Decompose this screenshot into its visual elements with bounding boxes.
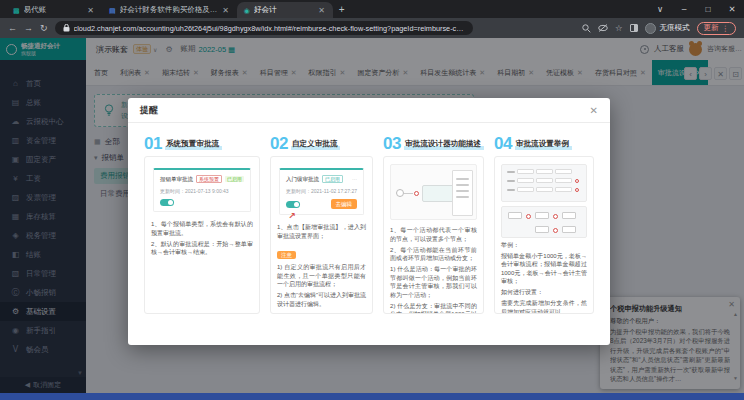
new-tab-button[interactable]: +	[339, 4, 345, 15]
browser-tab-label: 易代账	[24, 5, 83, 15]
flow-updated-time: 更新时间：2021-11-02 17:27:27	[286, 188, 357, 194]
incognito-label: 无痕模式	[660, 23, 690, 33]
zoom-icon[interactable]	[582, 24, 591, 33]
browser-titlebar: ▩ 易代账 ✕ ▤ 好会计财务软件购买价格及… ✕ ◉ 好会计 ✕ + ∨ – …	[0, 0, 744, 18]
section-paragraph: 需要先完成新增加分支条件，然后增加对应活动就可以。	[501, 299, 587, 314]
designer-thumbnail	[390, 164, 477, 220]
annotation-arrow-icon: ↗	[288, 211, 296, 221]
update-button[interactable]: 更新 ⋮	[697, 22, 737, 35]
reload-icon[interactable]: ↻	[40, 24, 48, 33]
section-paragraph: 1、点击【新增审批流】，进入到审批流设置界面；	[277, 223, 366, 240]
address-bar[interactable]: cloud2.chanjet.com/accounting/uh26t264j5…	[55, 21, 473, 35]
edit-flow-button: 去编辑	[331, 199, 358, 209]
lock-icon	[63, 24, 70, 32]
section-card: 报销单审批流 系统预置 已启用 更新时间：2021-07-13 9:00:43 …	[144, 156, 260, 314]
incognito-avatar-icon	[645, 23, 656, 34]
side-panel-icon[interactable]	[630, 24, 638, 32]
modal-section-4: 04 审批流设置举例	[494, 133, 594, 333]
toolbar-right: ☆ 无痕模式 更新 ⋮	[582, 22, 736, 35]
profile-chip[interactable]: 无痕模式	[645, 23, 690, 34]
url-text: cloud2.chanjet.com/accounting/uh26t264j5…	[74, 24, 464, 33]
section-title: 自定义审批流	[291, 139, 341, 150]
flow-card-title: 报销单审批流	[160, 176, 193, 183]
tab-search-icon[interactable]: ∨	[648, 0, 672, 18]
back-icon[interactable]: ←	[8, 24, 17, 33]
tab-close-icon[interactable]: ✕	[86, 6, 95, 15]
enable-toggle	[160, 199, 174, 206]
reminder-modal: 提醒 ✕ 01 系统预置审批流 报销单审批流 系统预置	[128, 98, 610, 345]
more-icon: ⋯	[352, 176, 357, 182]
branch-flow-thumbnail	[501, 206, 587, 238]
browser-tab[interactable]: ▩ 易代账 ✕	[6, 2, 102, 18]
os-taskbar[interactable]	[0, 393, 744, 400]
status-badge: 已启用	[322, 175, 343, 183]
bookmark-star-icon[interactable]: ☆	[615, 24, 623, 33]
modal-header: 提醒 ✕	[128, 98, 610, 123]
section-paragraph: 2、每个活动都能在当前环节前面或者环节后增加活动或分支；	[390, 246, 477, 263]
browser-tab[interactable]: ▤ 好会计财务软件购买价格及… ✕	[102, 2, 237, 18]
modal-section-1: 01 系统预置审批流 报销单审批流 系统预置 已启用 更新时间：2021-07-…	[144, 133, 260, 333]
section-number: 02	[270, 136, 288, 151]
eye-off-icon[interactable]	[598, 24, 608, 32]
section-title: 审批流设计器功能描述	[404, 139, 484, 150]
section-paragraph: 2) 什么是分支：审批流中不同的分支，例如报销单金额1000元以内走一个审批流程…	[390, 302, 477, 314]
modal-section-3: 03 审批流设计器功能描述	[383, 133, 484, 333]
preset-flow-thumbnail: 报销单审批流 系统预置 已启用 更新时间：2021-07-13 9:00:43	[153, 168, 251, 212]
section-paragraph: 1、每一个活动都代表一个审核的节点，可以设置多个节点；	[390, 226, 477, 243]
app-viewport: 畅捷通好会计 旗舰版 演示账套 体验 ∨ ⚙ 账期 2022-05 ▦ 人工客服…	[0, 38, 744, 393]
section-title: 系统预置审批流	[165, 139, 222, 150]
section-number: 04	[494, 136, 512, 151]
modal-title: 提醒	[140, 104, 158, 117]
browser-tab-label: 好会计财务软件购买价格及…	[120, 5, 218, 15]
status-badge: 已启用	[225, 176, 244, 182]
enable-toggle	[286, 201, 300, 208]
section-paragraph: 1、每个报销单类型，系统会有默认的预置审批流。	[151, 220, 253, 237]
flow-updated-time: 更新时间：2021-07-13 9:00:43	[160, 188, 244, 194]
menu-dots-icon[interactable]: ⋮	[722, 24, 730, 33]
close-window-icon[interactable]: ✕	[720, 0, 744, 18]
section-paragraph: 2) 点击“去编辑”可以进入到审批流设计器进行编辑。	[277, 291, 366, 308]
section-card: 入门级审批流 已启用 ⋯ 更新时间：2021-11-02 17:27:27 去编…	[270, 156, 373, 314]
section-title: 审批流设置举例	[515, 139, 572, 150]
branch-form-thumbnail	[501, 164, 587, 202]
section-paragraph: 1) 自定义的审批流只有启用后才能生效，且一个单据类型只能有一个启用的审批流程；	[277, 263, 366, 289]
flow-card-title: 入门级审批流	[286, 176, 319, 183]
update-label: 更新	[704, 23, 719, 33]
preset-tag: 系统预置	[196, 175, 222, 183]
modal-body: 01 系统预置审批流 报销单审批流 系统预置 已启用 更新时间：2021-07-…	[128, 123, 610, 345]
forward-icon[interactable]: →	[24, 24, 33, 33]
note-badge: 注意	[277, 251, 296, 259]
browser-tab-strip: ▩ 易代账 ✕ ▤ 好会计财务软件购买价格及… ✕ ◉ 好会计 ✕	[0, 0, 333, 18]
section-card: 1、每一个活动都代表一个审核的节点，可以设置多个节点； 2、每个活动都能在当前环…	[383, 156, 484, 314]
browser-tab-label: 好会计	[254, 5, 313, 15]
section-number: 01	[144, 136, 162, 151]
browser-toolbar: ← → ↻ cloud2.chanjet.com/accounting/uh26…	[0, 18, 744, 38]
section-paragraph: 2、默认的审批流程是：开始→整单审核→会计审核→结束。	[151, 240, 253, 257]
section-paragraph: 1) 什么是活动：每一个审批的环节都叫做一个活动，例如当前环节是会计主管审核，那…	[390, 265, 477, 299]
modal-section-2: 02 自定义审批流 入门级审批流 已启用 ⋯ 更新时间：2021-11-02 1…	[270, 133, 373, 333]
section-number: 03	[383, 136, 401, 151]
section-card: 举例： 报销单金额小于1000元，老板→会计审核流程；报销单金额超过1000元，…	[494, 156, 594, 314]
window-controls: ∨ – □ ✕	[648, 0, 744, 18]
modal-close-icon[interactable]: ✕	[590, 105, 598, 116]
section-paragraph: 举例：	[501, 241, 587, 250]
tab-close-icon[interactable]: ✕	[317, 6, 326, 15]
restore-icon[interactable]: □	[696, 0, 720, 18]
tab-close-icon[interactable]: ✕	[221, 6, 230, 15]
minimize-icon[interactable]: –	[672, 0, 696, 18]
tab-favicon-icon: ▩	[13, 7, 20, 14]
section-paragraph: 如何进行设置：	[501, 288, 587, 297]
custom-flow-thumbnail: 入门级审批流 已启用 ⋯ 更新时间：2021-11-02 17:27:27 去编…	[279, 168, 364, 215]
section-paragraph: 报销单金额小于1000元，老板→会计审核流程；报销单金额超过1000元，老板→会…	[501, 252, 587, 286]
tab-favicon-icon: ▤	[109, 7, 116, 14]
screen: ▩ 易代账 ✕ ▤ 好会计财务软件购买价格及… ✕ ◉ 好会计 ✕ + ∨ – …	[0, 0, 744, 400]
browser-tab[interactable]: ◉ 好会计 ✕	[237, 2, 333, 18]
tab-favicon-icon: ◉	[244, 7, 250, 14]
